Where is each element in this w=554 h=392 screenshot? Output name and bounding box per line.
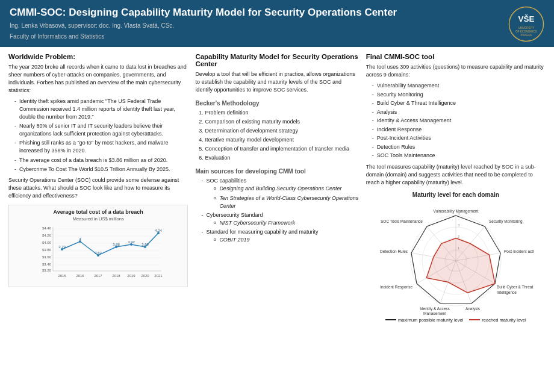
problem-bullets: Identity theft spikes amid pandemic "The… bbox=[8, 98, 188, 173]
step-6: Evaluation bbox=[205, 154, 358, 162]
step-3: Determination of development strategy bbox=[205, 127, 358, 135]
svg-text:$3.40: $3.40 bbox=[42, 263, 52, 266]
svg-text:Build Cyber & Threat: Build Cyber & Threat bbox=[497, 285, 533, 290]
source-capability-subs: COBIT 2019 bbox=[206, 236, 358, 244]
domain-7: Post-Incident Activities bbox=[372, 134, 546, 143]
svg-text:Detection Rules: Detection Rules bbox=[380, 249, 408, 254]
svg-text:2020: 2020 bbox=[142, 274, 150, 278]
radar-legend: maximum possible maturity level reached … bbox=[366, 317, 546, 323]
svg-text:3.79: 3.79 bbox=[58, 245, 66, 249]
svg-marker-60 bbox=[426, 238, 495, 293]
step-2: Comparison of existing maturity models bbox=[205, 118, 358, 126]
step-5: Conception of transfer and implementatio… bbox=[205, 145, 358, 153]
middle-column: Capability Maturity Model for Security O… bbox=[195, 53, 358, 323]
left-column: Worldwide Problem: The year 2020 broke a… bbox=[8, 53, 188, 323]
legend-max: maximum possible maturity level bbox=[385, 317, 463, 323]
svg-text:2021: 2021 bbox=[155, 274, 163, 278]
svg-text:2017: 2017 bbox=[95, 274, 103, 278]
radar-section: Maturity level for each domain bbox=[366, 191, 546, 323]
step-1: Problem definition bbox=[205, 109, 358, 117]
radar-chart-svg: 1 2 3 4 bbox=[378, 201, 534, 315]
svg-text:$3.60: $3.60 bbox=[42, 255, 52, 259]
svg-text:4.24: 4.24 bbox=[155, 229, 162, 232]
right-section-title: Final CMMI-SOC tool bbox=[366, 53, 546, 60]
svg-text:SOC Tools Maintenance: SOC Tools Maintenance bbox=[381, 219, 423, 223]
domain-1: Vulnerability Management bbox=[372, 82, 546, 90]
svg-text:$4.00: $4.00 bbox=[42, 241, 52, 244]
bullet-2: Nearly 80% of senior IT and IT security … bbox=[14, 122, 188, 138]
methodology-title: Becker's Methodology bbox=[195, 100, 358, 107]
svg-text:Management: Management bbox=[423, 311, 446, 315]
step-4: Iterative maturity model development bbox=[205, 136, 358, 144]
problem-title: Worldwide Problem: bbox=[8, 53, 188, 60]
domain-8: Detection Rules bbox=[372, 143, 546, 152]
bullet-1: Identity theft spikes amid pandemic "The… bbox=[14, 98, 188, 121]
header-sub2: Faculty of Informatics and Statistics bbox=[10, 32, 397, 41]
svg-text:$3.20: $3.20 bbox=[42, 269, 52, 272]
svg-text:OF ECONOMICS: OF ECONOMICS bbox=[515, 30, 537, 33]
svg-text:3.86: 3.86 bbox=[113, 243, 120, 246]
radar-title: Maturity level for each domain bbox=[366, 191, 546, 198]
chart-sub: Measured in US$ millions bbox=[13, 216, 184, 222]
svg-text:3.62: 3.62 bbox=[95, 251, 102, 255]
source-cobit: COBIT 2019 bbox=[213, 236, 358, 244]
svg-text:2: 2 bbox=[458, 235, 460, 238]
bullet-3: Phishing still ranks as a "go to" by mos… bbox=[14, 139, 188, 155]
source-soc-subs: Designing and Building Security Operatio… bbox=[206, 185, 358, 210]
source-soc-sub1: Designing and Building Security Operatio… bbox=[213, 185, 358, 193]
soc-text: Security Operations Center (SOC) could p… bbox=[8, 176, 188, 200]
legend-max-label: maximum possible maturity level bbox=[398, 317, 463, 323]
svg-text:2016: 2016 bbox=[76, 274, 85, 278]
svg-text:Vulnerability Management: Vulnerability Management bbox=[433, 209, 478, 214]
source-capability: Standard for measuring capability and ma… bbox=[201, 228, 358, 244]
problem-text: The year 2020 broke all records when it … bbox=[8, 63, 188, 95]
svg-text:PRAGUE: PRAGUE bbox=[520, 34, 532, 37]
legend-max-line bbox=[385, 319, 396, 320]
svg-text:3.86: 3.86 bbox=[142, 243, 149, 246]
chart-title: Average total cost of a data breach bbox=[13, 209, 184, 215]
source-soc: SOC capabilities Designing and Building … bbox=[201, 177, 358, 210]
svg-text:Intelligence: Intelligence bbox=[497, 290, 517, 295]
svg-text:2019: 2019 bbox=[128, 274, 136, 278]
svg-text:$4.20: $4.20 bbox=[42, 234, 52, 237]
header: CMMI-SOC: Designing Capability Maturity … bbox=[0, 0, 554, 47]
svg-text:$3.80: $3.80 bbox=[42, 248, 52, 252]
svg-text:UNIVERSITY: UNIVERSITY bbox=[518, 26, 534, 30]
source-standard: Cybersecurity Standard NIST Cybersecurit… bbox=[201, 211, 358, 227]
svg-text:4: 4 bbox=[79, 237, 82, 241]
sources-list: SOC capabilities Designing and Building … bbox=[195, 177, 358, 243]
mid-intro: Develop a tool that will be efficient in… bbox=[195, 70, 358, 94]
legend-reached: reached maturity level bbox=[469, 317, 526, 323]
header-left: CMMI-SOC: Designing Capability Maturity … bbox=[10, 6, 397, 41]
svg-text:2018: 2018 bbox=[113, 274, 121, 278]
domains-list: Vulnerability Management Security Monito… bbox=[366, 82, 546, 160]
bullet-4: The average cost of a data breach is $3.… bbox=[14, 157, 188, 164]
header-sub1: Ing. Lenka Vrbasová, supervisor: doc. In… bbox=[10, 21, 397, 30]
right-conclusion: The tool measures capability (maturity) … bbox=[366, 163, 546, 187]
domain-9: SOC Tools Maintenance bbox=[372, 152, 546, 160]
methodology-list: Problem definition Comparison of existin… bbox=[195, 109, 358, 162]
domain-3: Build Cyber & Threat Intelligence bbox=[372, 99, 546, 108]
source-soc-sub2: Ten Strategies of a World-Class Cybersec… bbox=[213, 194, 358, 210]
domain-4: Analysis bbox=[372, 108, 546, 117]
svg-text:$4.40: $4.40 bbox=[42, 226, 52, 230]
svg-text:3: 3 bbox=[458, 223, 460, 227]
sources-title: Main sources for developing CMM tool bbox=[195, 168, 358, 175]
domain-2: Security Monitoring bbox=[372, 91, 546, 99]
svg-text:Analysis: Analysis bbox=[465, 306, 481, 311]
domain-6: Incident Response bbox=[372, 126, 546, 134]
source-nist: NIST Cybersecurity Framework bbox=[213, 219, 358, 227]
source-standard-subs: NIST Cybersecurity Framework bbox=[206, 219, 358, 227]
mid-section-title: Capability Maturity Model for Security O… bbox=[195, 53, 358, 67]
svg-text:2015: 2015 bbox=[58, 274, 67, 278]
bar-chart-svg: $4.40 $4.20 $4.00 $3.80 $3.60 $3.40 $3.2… bbox=[32, 224, 164, 284]
legend-reached-label: reached maturity level bbox=[482, 317, 526, 323]
breach-chart: Average total cost of a data breach Meas… bbox=[8, 205, 188, 287]
svg-text:VŠE: VŠE bbox=[518, 14, 534, 23]
right-intro: The tool uses 309 activities (questions)… bbox=[366, 63, 546, 79]
domain-5: Identity & Access Management bbox=[372, 117, 546, 125]
right-column: Final CMMI-SOC tool The tool uses 309 ac… bbox=[366, 53, 546, 323]
svg-text:Identity & Access: Identity & Access bbox=[420, 306, 450, 311]
main-content: Worldwide Problem: The year 2020 broke a… bbox=[0, 47, 554, 329]
svg-text:Post-incident activities: Post-incident activities bbox=[504, 249, 534, 254]
